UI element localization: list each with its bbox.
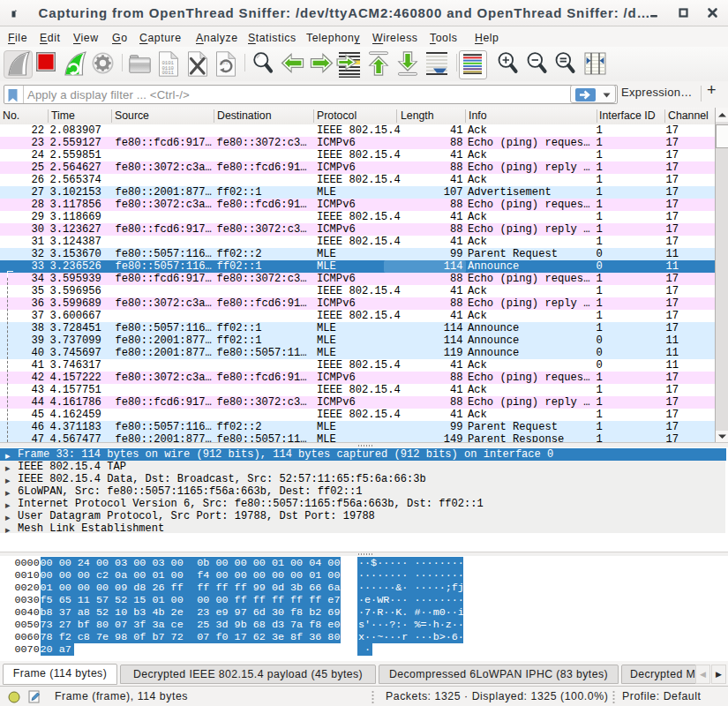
svg-text:0011: 0011 — [162, 70, 175, 76]
